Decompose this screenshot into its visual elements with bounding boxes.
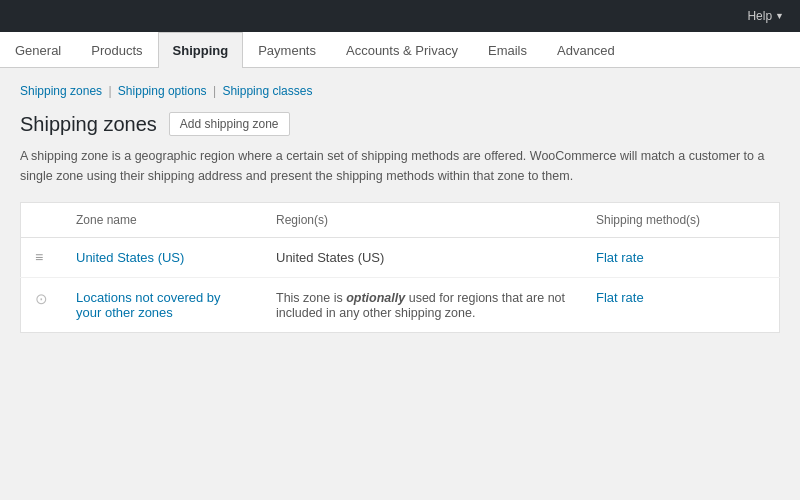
tab-products[interactable]: Products (76, 32, 157, 68)
zone-name-link[interactable]: United States (US) (76, 250, 184, 265)
tab-emails[interactable]: Emails (473, 32, 542, 68)
subnav-separator: | (210, 84, 220, 98)
sub-navigation: Shipping zones | Shipping options | Ship… (20, 84, 780, 98)
tab-general[interactable]: General (0, 32, 76, 68)
shipping-method-link[interactable]: Flat rate (596, 250, 644, 265)
section-header: Shipping zones Add shipping zone (20, 112, 780, 136)
subnav-link-shipping-options[interactable]: Shipping options (118, 84, 207, 98)
caret-icon: ▼ (775, 11, 784, 21)
col-zone-name: Zone name (62, 203, 262, 238)
top-bar: Help ▼ (0, 0, 800, 32)
tab-payments[interactable]: Payments (243, 32, 331, 68)
content-area: Shipping zones | Shipping options | Ship… (0, 68, 800, 349)
col-methods: Shipping method(s) (582, 203, 780, 238)
help-label: Help (747, 9, 772, 23)
region-description: This zone is optionally used for regions… (276, 291, 565, 320)
section-description: A shipping zone is a geographic region w… (20, 146, 780, 186)
subnav-link-shipping-classes[interactable]: Shipping classes (222, 84, 312, 98)
col-regions: Region(s) (262, 203, 582, 238)
add-shipping-zone-button[interactable]: Add shipping zone (169, 112, 290, 136)
nav-tabs-container: GeneralProductsShippingPaymentsAccounts … (0, 32, 800, 68)
tab-shipping[interactable]: Shipping (158, 32, 244, 68)
subnav-link-shipping-zones[interactable]: Shipping zones (20, 84, 102, 98)
globe-icon: ⊙ (35, 290, 48, 307)
col-icon (21, 203, 63, 238)
tab-advanced[interactable]: Advanced (542, 32, 630, 68)
help-button[interactable]: Help ▼ (747, 9, 784, 23)
region-text: United States (US) (262, 238, 582, 278)
tab-accounts-privacy[interactable]: Accounts & Privacy (331, 32, 473, 68)
shipping-zones-table: Zone name Region(s) Shipping method(s) ≡… (20, 202, 780, 333)
table-row: ⊙Locations not covered by your other zon… (21, 278, 780, 333)
zone-name-link[interactable]: Locations not covered by your other zone… (76, 290, 221, 320)
shipping-method-link[interactable]: Flat rate (596, 290, 644, 305)
table-row: ≡United States (US)United States (US)Fla… (21, 238, 780, 278)
section-title: Shipping zones (20, 113, 157, 136)
table-header-row: Zone name Region(s) Shipping method(s) (21, 203, 780, 238)
drag-icon: ≡ (35, 249, 43, 265)
subnav-separator: | (105, 84, 115, 98)
